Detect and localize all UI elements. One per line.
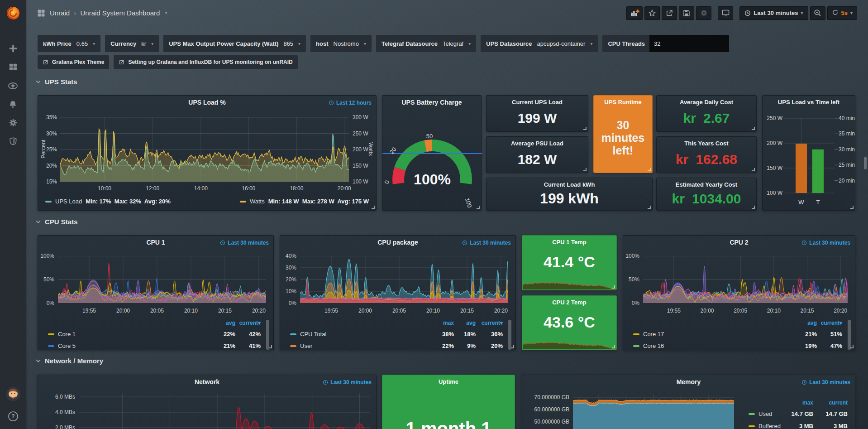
panel-title[interactable]: Estimated Yearly Cost <box>660 181 753 188</box>
panel-time-range[interactable]: Last 30 minutes <box>801 240 850 246</box>
legend-column-header[interactable]: max <box>443 320 454 326</box>
variable-value[interactable]: Telegraf <box>443 40 463 47</box>
page-scrollbar[interactable] <box>864 157 867 169</box>
refresh-picker[interactable]: 5s ▾ <box>827 6 858 20</box>
resize-handle[interactable] <box>583 127 587 130</box>
time-range-picker[interactable]: Last 30 minutes ▾ <box>739 6 808 20</box>
share-dashboard-button[interactable] <box>662 6 677 20</box>
panel-title[interactable]: Uptime <box>401 378 496 385</box>
panel-current-ups-load[interactable]: Current UPS Load 199 W <box>486 95 588 132</box>
legend-series-name[interactable]: Core 17 <box>633 331 664 337</box>
panel-cpu-package[interactable]: CPU package Last 30 minutes 40%30%20%10%… <box>280 235 516 350</box>
panel-ups-runtime[interactable]: UPS Runtime 30 minutes left! <box>593 95 653 173</box>
panel-cpu2-temp[interactable]: CPU 2 Temp 43.6 °C <box>522 295 617 350</box>
help-button[interactable]: ? <box>8 411 19 424</box>
legend-series-name[interactable]: User <box>290 342 312 349</box>
page-title[interactable]: Unraid System Dashboard <box>81 9 160 17</box>
resize-handle[interactable] <box>850 345 854 348</box>
zoom-out-time-button[interactable] <box>810 6 825 20</box>
panel-memory[interactable]: Memory Last 30 minutes 70.000000 GB60.00… <box>522 375 855 429</box>
grafana-logo[interactable] <box>0 0 26 26</box>
chevron-down-icon[interactable]: ▾ <box>298 41 300 46</box>
chevron-down-icon[interactable]: ▾ <box>468 41 471 46</box>
panel-time-range[interactable]: Last 12 hours <box>329 100 372 106</box>
panel-ups-battery-charge[interactable]: UPS Battery Charge 02050100100% <box>382 95 482 211</box>
panel-title[interactable]: Current Load kWh <box>490 181 649 188</box>
legend-scrollbar[interactable] <box>508 320 511 350</box>
variable-value[interactable]: 0.65 <box>76 40 88 47</box>
sidebar-item-dashboards[interactable] <box>8 62 19 72</box>
panel-this-years-cost[interactable]: This Years Cost kr162.68 <box>656 136 757 173</box>
sidebar-item-configuration[interactable] <box>8 117 19 128</box>
legend-series-name[interactable]: UPS Load <box>55 198 82 205</box>
legend-column-header[interactable]: avg <box>807 320 817 326</box>
chevron-down-icon[interactable]: ▾ <box>93 41 95 46</box>
dashboard-dropdown-caret[interactable]: ▾ <box>165 10 167 15</box>
panel-title[interactable]: CPU 2 Temp <box>540 299 598 306</box>
panel-cpu1[interactable]: CPU 1 Last 30 minutes 100%50%0%19:5520:0… <box>38 235 274 350</box>
legend-column-header[interactable]: avg <box>466 320 476 326</box>
legend-scrollbar[interactable] <box>266 320 269 350</box>
variable-value[interactable]: apcupsd-container <box>537 40 585 47</box>
resize-handle[interactable] <box>612 285 615 289</box>
user-avatar[interactable] <box>5 386 21 404</box>
resize-handle[interactable] <box>752 206 755 209</box>
panel-time-range[interactable]: Last 30 minutes <box>323 379 372 386</box>
star-dashboard-button[interactable] <box>644 6 660 20</box>
legend-column-header[interactable]: current▾ <box>239 320 261 326</box>
section-network-memory[interactable]: Network / Memory <box>35 357 103 365</box>
resize-handle[interactable] <box>583 168 587 171</box>
panel-title[interactable]: This Years Cost <box>660 140 753 147</box>
legend-series-name[interactable]: Core 16 <box>633 342 664 349</box>
legend-series-name[interactable]: Core 5 <box>48 342 76 349</box>
resize-handle[interactable] <box>372 206 375 209</box>
legend-series-name[interactable]: Buffered <box>749 423 781 429</box>
panel-title[interactable]: UPS Runtime <box>597 99 649 106</box>
chevron-down-icon[interactable]: ▾ <box>590 41 592 46</box>
panel-ups-load[interactable]: UPS Load % Last 12 hours 35%30%25%20%15%… <box>38 95 377 211</box>
panel-current-load-kwh[interactable]: Current Load kWh 199 kWh <box>486 178 653 211</box>
resize-handle[interactable] <box>648 168 651 171</box>
variable-value[interactable]: 865 <box>283 40 293 47</box>
sidebar-item-explore[interactable] <box>8 80 19 91</box>
resize-handle[interactable] <box>511 345 514 348</box>
legend-column-header[interactable]: current▾ <box>821 320 842 326</box>
panel-time-range[interactable]: Last 30 minutes <box>220 240 269 246</box>
resize-handle[interactable] <box>752 168 755 171</box>
sidebar-item-alerting[interactable] <box>8 99 19 110</box>
panel-average-psu-load[interactable]: Average PSU Load 182 W <box>486 136 588 173</box>
section-cpu-stats[interactable]: CPU Stats <box>35 218 78 226</box>
dashboard-link[interactable]: Grafana Plex Theme <box>38 55 109 69</box>
panel-title[interactable]: Current UPS Load <box>490 99 584 106</box>
panel-uptime[interactable]: Uptime 1 month 1 <box>382 375 515 429</box>
panel-title[interactable]: Network <box>56 378 358 386</box>
kiosk-mode-button[interactable] <box>718 6 733 20</box>
legend-series-name[interactable]: Core 1 <box>48 331 76 337</box>
legend-column-header[interactable]: current▾ <box>482 320 503 326</box>
panel-title[interactable]: Average PSU Load <box>490 140 584 147</box>
save-dashboard-button[interactable] <box>679 6 694 20</box>
legend-column-header[interactable]: current <box>829 400 848 406</box>
panel-title[interactable]: CPU 1 Temp <box>540 239 598 246</box>
panel-title[interactable]: UPS Load % <box>56 99 358 106</box>
resize-handle[interactable] <box>612 345 615 348</box>
dashboard-link[interactable]: Setting up Grafana and InfluxDB for UPS … <box>114 55 297 69</box>
chevron-down-icon[interactable]: ▾ <box>364 41 366 46</box>
sidebar-item-server-admin[interactable] <box>8 136 19 147</box>
variable-value[interactable]: kr <box>141 40 146 47</box>
breadcrumb-app[interactable]: Unraid <box>50 9 70 17</box>
panel-title[interactable]: Average Daily Cost <box>660 99 753 106</box>
variable-value[interactable]: Nostromo <box>334 40 359 47</box>
legend-series-name[interactable]: Used <box>749 410 772 417</box>
variable-input[interactable] <box>649 35 729 52</box>
panel-ups-load-vs-time-left[interactable]: UPS Load vs Time left 250 W200 W150 W100… <box>762 95 855 211</box>
legend-series-name[interactable]: Watts <box>250 198 265 205</box>
legend-column-header[interactable]: avg <box>226 320 235 326</box>
legend-scrollbar[interactable] <box>848 320 851 350</box>
panel-time-range[interactable]: Last 30 minutes <box>801 379 850 386</box>
resize-handle[interactable] <box>648 206 651 209</box>
legend-column-header[interactable]: max <box>802 400 813 406</box>
section-ups-stats[interactable]: UPS Stats <box>35 78 77 86</box>
panel-cpu2[interactable]: CPU 2 Last 30 minutes 100%50%0%19:5520:0… <box>623 235 855 350</box>
panel-title[interactable]: Memory <box>540 378 837 386</box>
